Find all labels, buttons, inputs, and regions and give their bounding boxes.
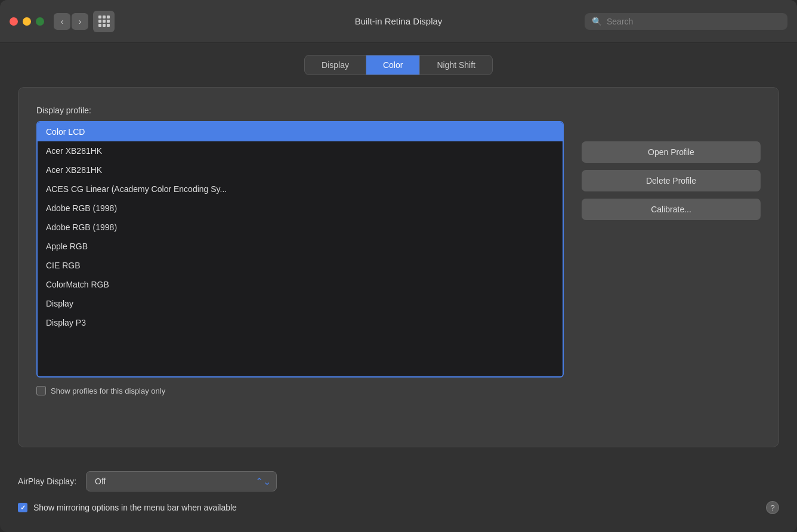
tab-night-shift[interactable]: Night Shift [420, 55, 492, 75]
search-bar: 🔍 [585, 13, 787, 30]
minimize-button[interactable] [23, 17, 31, 26]
airplay-label: AirPlay Display: [18, 477, 76, 486]
checkmark-icon: ✓ [20, 504, 26, 512]
mirroring-checkbox[interactable]: ✓ [18, 503, 27, 512]
show-profiles-checkbox[interactable] [36, 386, 46, 395]
left-section: Display profile: Color LCD Acer XB281HK … [36, 106, 564, 429]
window: ‹ › Built-in Retina Display 🔍 Display Co… [0, 0, 797, 532]
close-button[interactable] [10, 17, 18, 26]
mirroring-label: Show mirroring options in the menu bar w… [33, 503, 237, 512]
search-input[interactable] [607, 17, 780, 26]
list-item[interactable]: Acer XB281HK [38, 160, 563, 180]
list-item[interactable]: Apple RGB [38, 237, 563, 256]
show-profiles-label: Show profiles for this display only [51, 386, 165, 395]
list-item[interactable]: Acer XB281HK [38, 141, 563, 160]
airplay-select-wrapper: Off Apple TV ⌃⌄ [86, 471, 277, 491]
forward-button[interactable]: › [72, 13, 88, 30]
titlebar: ‹ › Built-in Retina Display 🔍 [0, 0, 797, 43]
mirroring-row: ✓ Show mirroring options in the menu bar… [18, 501, 779, 514]
delete-profile-button[interactable]: Delete Profile [582, 170, 761, 191]
panel-content: Display profile: Color LCD Acer XB281HK … [36, 106, 761, 429]
show-profiles-row: Show profiles for this display only [36, 386, 564, 395]
content: Display Color Night Shift Display profil… [0, 43, 797, 532]
airplay-row: AirPlay Display: Off Apple TV ⌃⌄ [18, 471, 779, 491]
traffic-lights [10, 17, 44, 26]
main-panel: Display profile: Color LCD Acer XB281HK … [18, 87, 779, 447]
list-item[interactable]: ColorMatch RGB [38, 275, 563, 294]
airplay-select[interactable]: Off Apple TV [86, 471, 277, 491]
right-section: Open Profile Delete Profile Calibrate... [582, 106, 761, 429]
list-item[interactable]: Display [38, 294, 563, 313]
list-item[interactable]: Adobe RGB (1998) [38, 218, 563, 237]
search-icon: 🔍 [592, 17, 602, 26]
zoom-button[interactable] [36, 17, 44, 26]
grid-icon [98, 16, 110, 27]
list-item[interactable]: Display P3 [38, 313, 563, 332]
tabs: Display Color Night Shift [18, 55, 779, 75]
profile-label: Display profile: [36, 106, 564, 115]
profile-list[interactable]: Color LCD Acer XB281HK Acer XB281HK ACES… [36, 121, 564, 378]
window-title: Built-in Retina Display [355, 16, 443, 26]
bottom-section: AirPlay Display: Off Apple TV ⌃⌄ ✓ Show … [18, 459, 779, 514]
list-item[interactable]: CIE RGB [38, 256, 563, 275]
help-button[interactable]: ? [766, 501, 779, 514]
calibrate-button[interactable]: Calibrate... [582, 199, 761, 220]
list-item[interactable]: ACES CG Linear (Academy Color Encoding S… [38, 180, 563, 199]
grid-button[interactable] [93, 11, 115, 32]
tab-display[interactable]: Display [305, 55, 366, 75]
tab-color[interactable]: Color [366, 55, 420, 75]
back-button[interactable]: ‹ [54, 13, 70, 30]
open-profile-button[interactable]: Open Profile [582, 141, 761, 163]
tab-group: Display Color Night Shift [304, 55, 493, 75]
nav-buttons: ‹ › [54, 13, 88, 30]
list-item[interactable]: Color LCD [38, 122, 563, 141]
list-item[interactable]: Adobe RGB (1998) [38, 199, 563, 218]
